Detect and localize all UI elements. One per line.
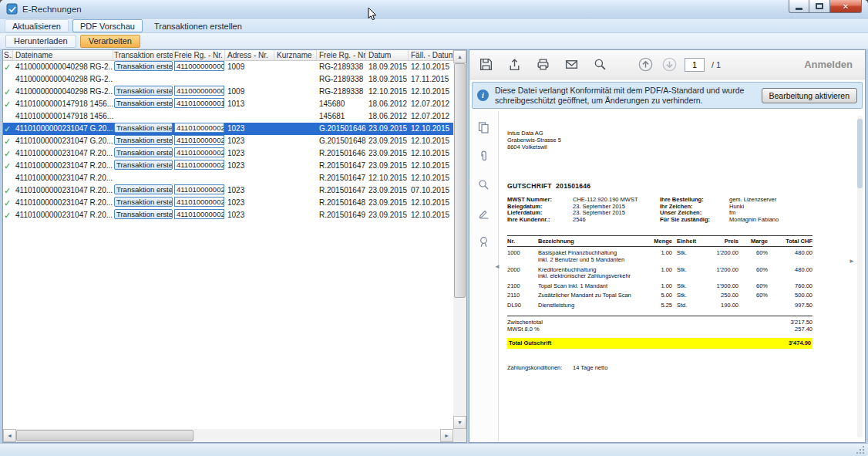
freie-rg-nr-field[interactable]: 411010000002...: [174, 197, 224, 207]
transaktion-erstellen-button[interactable]: Transaktion erstel...: [114, 61, 173, 71]
adress-nr-cell: 1023: [225, 197, 274, 209]
pdf-vertical-scrollbar[interactable]: [857, 116, 863, 437]
certificate-icon[interactable]: [476, 233, 493, 250]
invoice-sender: Intus Data AGGrabenwis-Strasse 58604 Vol…: [507, 130, 817, 150]
column-header[interactable]: Freie Rg. - Nr.: [173, 50, 225, 60]
freie-rg-cell: 411010000002...: [173, 209, 225, 221]
pdf-scroll-thumb[interactable]: [857, 119, 863, 188]
column-header[interactable]: Kurzname: [274, 50, 317, 60]
upload-icon[interactable]: [506, 56, 523, 73]
datum-cell: 23.09.2015: [366, 135, 409, 147]
close-button[interactable]: ✕: [830, 0, 862, 13]
status-cell: ✓: [3, 135, 13, 147]
herunterladen-button[interactable]: Herunterladen: [5, 35, 76, 48]
tab-pdf-vorschau[interactable]: PDF Vorschau: [72, 19, 143, 32]
scroll-down-icon[interactable]: ▼: [453, 416, 466, 429]
transaktion-cell: [113, 172, 173, 184]
page-number-input[interactable]: [685, 58, 705, 72]
freie-rg-nr-field[interactable]: 411010000002...: [174, 123, 224, 133]
status-cell: [3, 110, 13, 123]
transaktion-erstellen-button[interactable]: Transaktion erstel...: [114, 86, 173, 96]
kurzname-cell: [274, 73, 317, 86]
minimize-button[interactable]: [789, 0, 809, 13]
tab-aktualisieren[interactable]: Aktualisieren: [5, 19, 69, 32]
search-panel-icon[interactable]: [476, 176, 493, 193]
freie-rg-nr-field[interactable]: 411010000002...: [174, 160, 224, 170]
vertical-scroll-thumb[interactable]: [454, 63, 466, 298]
freie-rg-nr-field[interactable]: 411000000000...: [174, 61, 224, 71]
freie-rg-cell: 411000000000...: [173, 86, 225, 98]
transaktion-erstellen-button[interactable]: Transaktion erstel...: [114, 197, 173, 207]
transaktion-erstellen-button[interactable]: Transaktion erstel...: [114, 184, 173, 194]
transaktion-cell: Transaktion erstel...: [113, 209, 173, 221]
item-preis: 1'900.00: [698, 283, 738, 290]
table-row[interactable]: ✓41101000000231047 G.20...Transaktion er…: [3, 123, 453, 135]
print-icon[interactable]: [534, 56, 551, 73]
items-column-header: Total CHF: [768, 238, 812, 245]
transaktion-erstellen-button[interactable]: Transaktion erstel...: [114, 209, 173, 219]
pdf-viewer-area: ◄ ► Intus Data AGGrabenwis-Strasse 58604…: [469, 111, 865, 442]
adress-nr-cell: 1023: [225, 184, 274, 197]
save-icon[interactable]: [477, 56, 494, 73]
email-icon[interactable]: [563, 56, 580, 73]
column-header[interactable]: Dateiname: [13, 50, 113, 60]
column-header[interactable]: Fäll. - Datum: [409, 50, 453, 60]
bearbeitung-aktivieren-button[interactable]: Bearbeitung aktivieren: [762, 88, 857, 103]
status-cell: ✓: [3, 197, 13, 209]
resize-grip[interactable]: [863, 446, 864, 448]
column-header[interactable]: Datum: [366, 50, 409, 60]
column-header[interactable]: Freie Rg. - Nr.: [317, 50, 366, 60]
table-row[interactable]: ✓41100000000040298 RG-2...Transaktion er…: [3, 86, 453, 98]
verarbeiten-button[interactable]: Verarbeiten: [80, 35, 140, 48]
table-row[interactable]: 41100000000040298 RG-2...RG-218933818.09…: [3, 73, 453, 86]
freie-rg-nr-field[interactable]: 411010000001...: [174, 98, 224, 108]
kurzname-cell: [274, 86, 317, 98]
table-row[interactable]: ✓41101000000231047 G.20...Transaktion er…: [3, 135, 453, 147]
table-row[interactable]: ✓41101000000231047 R.20...Transaktion er…: [3, 197, 453, 209]
items-column-header: Einheit: [672, 238, 698, 245]
freie-rg-nr-field[interactable]: 411010000002...: [174, 209, 224, 219]
freie-rg-nr-field[interactable]: 411010000002...: [174, 135, 224, 145]
total-label: MWSt 8.0 %: [507, 326, 540, 333]
table-row[interactable]: 41101000000231047 R.20...R.20150164712.1…: [3, 172, 453, 184]
table-row[interactable]: 41101000000147918 1456...14568118.06.201…: [3, 110, 453, 123]
horizontal-scroll-thumb[interactable]: [16, 430, 193, 441]
table-row[interactable]: ✓41101000000231047 R.20...Transaktion er…: [3, 160, 453, 172]
table-row[interactable]: ✓41100000000040298 RG-2...Transaktion er…: [3, 61, 453, 73]
meta-label: Für Sie zuständig:: [660, 217, 729, 224]
maximize-button[interactable]: [809, 0, 830, 13]
transaktion-erstellen-button[interactable]: Transaktion erstel...: [114, 135, 173, 145]
scroll-right-icon[interactable]: ►: [440, 429, 453, 442]
pages-panel-icon[interactable]: [476, 119, 493, 136]
scroll-left-icon[interactable]: ◄: [3, 429, 16, 442]
panel-collapse-arrow[interactable]: ►: [849, 258, 855, 265]
transaktion-erstellen-button[interactable]: Transaktion erstel...: [114, 160, 173, 170]
sidebar-collapse-arrow[interactable]: ◄: [494, 263, 500, 270]
table-vertical-scrollbar[interactable]: ▲ ▼: [453, 50, 466, 429]
transaktion-erstellen-button[interactable]: Transaktion erstel...: [114, 98, 173, 108]
attachments-icon[interactable]: [476, 147, 493, 164]
next-page-icon[interactable]: [661, 56, 678, 73]
tab-transaktionen-erstellen[interactable]: Transaktionen erstellen: [146, 19, 250, 32]
freie-rg-nr-field[interactable]: 411010000002...: [174, 184, 224, 194]
column-header[interactable]: Adress - Nr.: [225, 50, 274, 60]
table-row[interactable]: ✓41101000000231047 R.20...Transaktion er…: [3, 184, 453, 197]
freie-rg-nr-field[interactable]: 411010000002...: [174, 147, 224, 157]
column-header[interactable]: Transaktion erste...: [113, 50, 173, 60]
transaktion-erstellen-button[interactable]: Transaktion erstel...: [114, 147, 173, 157]
transaktion-erstellen-button[interactable]: Transaktion erstel...: [114, 123, 173, 133]
table-row[interactable]: ✓41101000000231047 R.20...Transaktion er…: [3, 209, 453, 221]
table-horizontal-scrollbar[interactable]: ◄ ►: [3, 429, 453, 442]
previous-page-icon[interactable]: [637, 56, 654, 73]
table-row[interactable]: ✓41101000000147918 1456...Transaktion er…: [3, 98, 453, 110]
table-row[interactable]: ✓41101000000231047 R.20...Transaktion er…: [3, 147, 453, 160]
search-icon[interactable]: [591, 56, 608, 73]
pdf-preview-panel: / 1 Anmelden i Diese Datei verlangt Konf…: [469, 49, 866, 443]
anmelden-link[interactable]: Anmelden: [804, 59, 857, 70]
faelligkeit-cell: 07.10.2015: [409, 184, 453, 197]
column-header[interactable]: S...: [3, 50, 13, 60]
scroll-up-icon[interactable]: ▲: [453, 50, 466, 63]
signature-icon[interactable]: [476, 204, 493, 221]
freie-rg-nr-field[interactable]: 411000000000...: [174, 86, 224, 96]
adress-nr-cell: 1009: [225, 61, 274, 73]
